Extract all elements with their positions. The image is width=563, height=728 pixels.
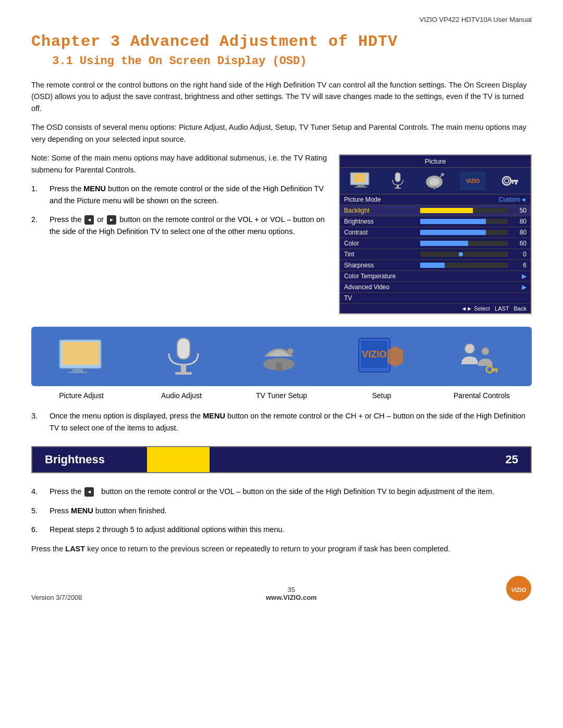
osd-row-picture-mode: Picture Mode Custom ◄ <box>340 194 531 205</box>
svg-text:VIZIO: VIZIO <box>511 587 527 593</box>
step-3: 3. Once the menu option is displayed, pr… <box>31 410 532 434</box>
step-3-content: Once the menu option is displayed, press… <box>50 410 532 434</box>
label-picture-adjust: Picture Adjust <box>31 391 131 400</box>
osd-footer: ◄► Select LAST Back <box>340 304 531 313</box>
osd-bar-contrast <box>420 230 508 235</box>
last-para: Press the LAST key once to return to the… <box>31 543 532 554</box>
step-4-content: Press the button on the remote control o… <box>50 486 532 497</box>
header-title: VIZIO VP422 HDTV10A User Manual <box>420 16 532 23</box>
osd-label-tv: TV <box>344 294 527 302</box>
osd-tint-dot <box>459 252 463 256</box>
vizio-logo-svg: VIZIO <box>506 575 532 601</box>
svg-rect-21 <box>72 368 83 372</box>
step4-btn-icon <box>84 487 94 497</box>
svg-rect-11 <box>433 186 435 189</box>
tv-tuner-visual <box>250 333 313 380</box>
osd-row-color: Color 60 <box>340 238 531 249</box>
svg-point-15 <box>505 179 509 183</box>
osd-title: Picture <box>340 155 531 168</box>
svg-point-33 <box>465 344 474 353</box>
osd-icon-satellite <box>422 171 448 191</box>
svg-rect-38 <box>493 371 495 372</box>
osd-row-tint: Tint 0 <box>340 249 531 260</box>
osd-bar-fill-brightness <box>420 219 486 224</box>
audio-adjust-visual <box>152 333 215 380</box>
parental-controls-visual <box>446 333 509 380</box>
step-6-num: 6. <box>31 524 50 535</box>
osd-row-color-temp: Color Temperature ▶ <box>340 271 531 282</box>
brightness-bar: Brightness 25 <box>31 446 532 473</box>
osd-row-backlight: Backlight 50 <box>340 205 531 216</box>
label-audio-adjust: Audio Adjust <box>131 391 231 400</box>
section-title: 3.1 Using the On Screen Display (OSD) <box>52 55 532 68</box>
header-bar: VIZIO VP422 HDTV10A User Manual <box>31 16 532 23</box>
svg-rect-4 <box>395 172 400 182</box>
svg-point-14 <box>503 177 511 185</box>
osd-footer-text: ◄► Select LAST Back <box>461 305 527 312</box>
footer-right: VIZIO <box>500 575 532 601</box>
label-setup: Setup <box>332 391 432 400</box>
step-6: 6. Repeat steps 2 through 5 to adjust ad… <box>31 524 532 535</box>
right-btn-icon <box>107 215 116 225</box>
svg-rect-6 <box>395 188 401 189</box>
step-5-num: 5. <box>31 505 50 516</box>
step-1-content: Press the MENU button on the remote cont… <box>50 183 328 206</box>
osd-value-contrast: 80 <box>511 229 527 236</box>
svg-rect-24 <box>181 365 186 372</box>
brightness-yellow-block <box>147 447 210 472</box>
svg-marker-32 <box>387 346 403 367</box>
osd-bar-fill-backlight <box>420 208 473 213</box>
osd-bar-fill-color <box>420 241 468 246</box>
label-tv-tuner-setup: TV Tuner Setup <box>231 391 332 400</box>
footer-version: Version 3/7/2008 <box>31 594 82 601</box>
svg-rect-25 <box>175 372 192 375</box>
steps-list-3: 4. Press the button on the remote contro… <box>31 486 532 535</box>
osd-arrow-picture-mode: ◄ <box>520 196 527 203</box>
svg-point-10 <box>441 173 444 176</box>
menu-banner: VIZIO <box>31 327 532 386</box>
osd-row-brightness: Brightness 80 <box>340 216 531 227</box>
osd-screenshot: Picture <box>339 154 532 314</box>
svg-rect-3 <box>354 187 367 188</box>
osd-row-sharpness: Sharpness 6 <box>340 260 531 271</box>
footer-website: www.VIZIO.com <box>266 594 317 601</box>
osd-value-sharpness: 6 <box>511 262 527 269</box>
brightness-label: Brightness <box>32 453 147 466</box>
osd-bar-color <box>420 241 508 246</box>
chapter-title: Chapter 3 Advanced Adjustment of HDTV <box>31 33 532 51</box>
osd-row-advanced-video: Advanced Video ▶ <box>340 282 531 293</box>
page-container: VIZIO VP422 HDTV10A User Manual Chapter … <box>0 0 563 622</box>
osd-label-color: Color <box>344 240 417 247</box>
svg-rect-5 <box>397 185 399 188</box>
menu-icon-picture-adjust <box>36 333 134 380</box>
osd-label-sharpness: Sharpness <box>344 262 417 269</box>
footer-center: 35 www.VIZIO.com <box>82 586 500 601</box>
osd-icons-row: VIZIO <box>340 168 531 194</box>
step-3-num: 3. <box>31 410 50 434</box>
brightness-value: 25 <box>493 453 531 466</box>
menu-icon-audio-adjust <box>134 333 232 380</box>
svg-rect-37 <box>496 371 497 373</box>
osd-label-backlight: Backlight <box>344 207 417 214</box>
step-5-menu-bold: MENU <box>71 507 93 515</box>
svg-rect-23 <box>177 338 190 359</box>
osd-row-tv: TV <box>340 293 531 304</box>
osd-label-advanced-video: Advanced Video <box>344 283 522 291</box>
osd-icon-monitor <box>348 171 374 191</box>
step-3-menu-bold: MENU <box>203 412 225 420</box>
step-3-container: 3. Once the menu option is displayed, pr… <box>31 410 532 434</box>
osd-label-picture-mode: Picture Mode <box>344 196 499 203</box>
steps-list-2: 3. Once the menu option is displayed, pr… <box>31 410 532 434</box>
osd-bar-tint <box>420 252 508 257</box>
setup-visual: VIZIO <box>348 333 411 380</box>
step-4-num: 4. <box>31 486 50 497</box>
left-btn-icon <box>84 215 94 225</box>
step-1-num: 1. <box>31 183 50 206</box>
svg-rect-18 <box>512 182 513 184</box>
step-2-content: Press the or button on the remote contro… <box>50 214 328 237</box>
osd-value-tint: 0 <box>511 251 527 258</box>
step-1-menu-bold: MENU <box>83 184 106 193</box>
svg-point-8 <box>429 178 439 186</box>
osd-value-color: 60 <box>511 240 527 247</box>
para2: The OSD consists of several menu options… <box>31 121 532 145</box>
